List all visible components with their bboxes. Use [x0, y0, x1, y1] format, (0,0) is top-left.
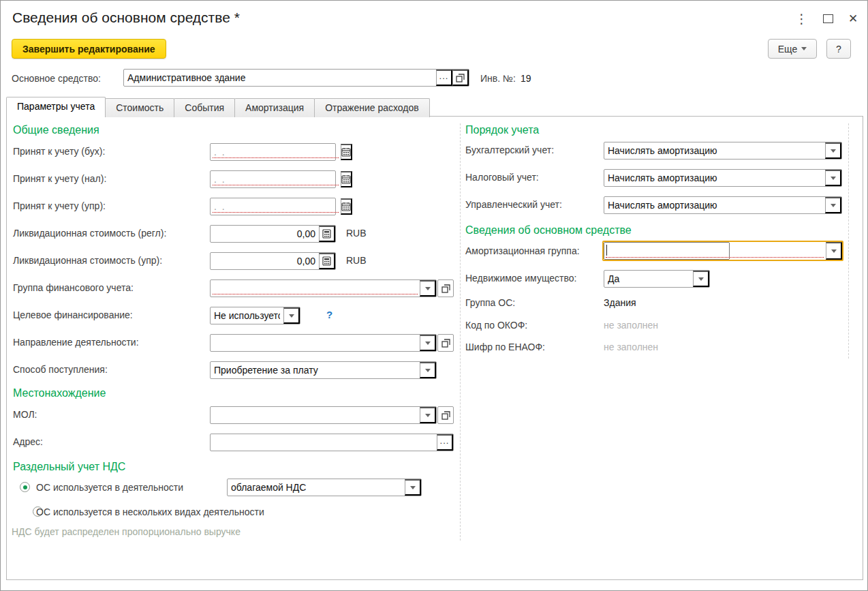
activity-direction-open-icon[interactable] [437, 334, 454, 352]
section-general-info: Общие сведения [13, 124, 99, 136]
activity-direction-input[interactable] [211, 335, 420, 351]
section-vat: Раздельный учет НДС [13, 461, 125, 473]
field-label-accounting: Бухгалтерский учет: [465, 145, 554, 155]
asset-open-icon[interactable] [452, 70, 469, 86]
vat-note: НДС будет распределен пропорционально вы… [12, 526, 241, 537]
dropdown-arrow-icon[interactable] [693, 271, 709, 287]
field-label-accepted-upr: Принят к учету (упр): [13, 200, 106, 211]
finish-editing-button[interactable]: Завершить редактирование [12, 39, 166, 59]
dropdown-arrow-icon[interactable] [825, 142, 841, 159]
address-group: ... [210, 434, 454, 451]
close-icon[interactable]: ✕ [848, 12, 858, 26]
tab-events[interactable]: События [174, 98, 235, 117]
field-label-liq-cost-regl: Ликвидационная стоимость (регл): [13, 228, 166, 239]
liq-cost-upr-input[interactable] [211, 253, 319, 269]
asset-details-window: Сведения об основном средстве * ⋮ ✕ Заве… [0, 0, 868, 591]
inventory-number-value: 19 [521, 73, 531, 84]
accounting-input[interactable] [604, 142, 825, 159]
dropdown-arrow-icon[interactable] [283, 307, 300, 324]
liq-cost-regl-group [210, 225, 336, 243]
asset-input[interactable] [124, 70, 436, 86]
radio-vat-single-activity-label[interactable]: ОС используется в деятельности [36, 482, 183, 493]
dropdown-arrow-icon[interactable] [825, 197, 841, 213]
tab-accounting-parameters[interactable]: Параметры учета [6, 97, 106, 117]
tax-accounting-input[interactable] [604, 170, 825, 186]
dropdown-arrow-icon[interactable] [825, 170, 841, 186]
right-edge-divider [848, 123, 849, 359]
field-label-acquisition-method: Способ поступления: [13, 364, 108, 375]
address-input[interactable] [211, 434, 437, 451]
window-controls: ⋮ ✕ [795, 12, 858, 26]
field-label-address: Адрес: [13, 436, 43, 447]
address-ellipsis-button[interactable]: ... [437, 434, 453, 451]
mol-open-icon[interactable] [437, 406, 454, 424]
date-accepted-upr-input[interactable] [211, 198, 341, 215]
asset-input-group: ... [123, 69, 469, 87]
tab-bar: Параметры учета Стоимость События Аморти… [6, 97, 430, 117]
tab-expense-reflection[interactable]: Отражение расходов [314, 98, 430, 117]
dropdown-arrow-icon[interactable] [420, 335, 436, 351]
real-estate-input[interactable] [604, 271, 693, 287]
field-label-tax-accounting: Налоговый учет: [465, 172, 539, 183]
section-accounting-order: Порядок учета [465, 124, 539, 136]
dropdown-arrow-icon[interactable] [826, 242, 842, 260]
asset-ellipsis-button[interactable]: ... [436, 70, 452, 86]
date-accepted-nal-input[interactable] [211, 171, 341, 187]
dropdown-arrow-icon[interactable] [420, 280, 436, 297]
calendar-icon[interactable] [341, 171, 352, 187]
date-accepted-buh-input[interactable] [211, 144, 341, 160]
radio-vat-multiple-activities-label[interactable]: ОС используется в нескольких видах деяте… [36, 506, 264, 517]
currency-label: RUB [346, 228, 367, 239]
os-group-value: Здания [604, 297, 636, 308]
more-button[interactable]: Еще [768, 39, 817, 59]
dropdown-arrow-icon[interactable] [420, 407, 436, 423]
okof-code-value: не заполнен [604, 320, 658, 331]
help-link[interactable]: ? [326, 309, 332, 320]
fin-group-open-icon[interactable] [437, 279, 454, 297]
more-button-label: Еще [778, 44, 798, 55]
acquisition-method-input[interactable] [211, 362, 420, 378]
tab-depreciation[interactable]: Амортизация [234, 98, 315, 117]
management-accounting-input[interactable] [604, 197, 825, 213]
liq-cost-regl-input[interactable] [211, 226, 319, 242]
date-accepted-upr-group [210, 198, 336, 215]
calculator-icon[interactable] [319, 226, 335, 242]
mol-input[interactable] [211, 407, 420, 423]
field-label-okof-code: Код по ОКОФ: [465, 320, 527, 331]
chevron-down-icon [801, 47, 807, 50]
target-financing-combo [210, 307, 300, 324]
accounting-combo [604, 142, 842, 160]
management-accounting-combo [604, 196, 842, 214]
date-accepted-buh-group [210, 143, 336, 161]
acquisition-method-combo [210, 361, 437, 379]
fin-group-input[interactable] [211, 280, 420, 297]
enaof-code-value: не заполнен [604, 342, 658, 352]
dropdown-arrow-icon[interactable] [420, 362, 436, 378]
asset-label: Основное средство: [12, 73, 101, 84]
tab-cost[interactable]: Стоимость [105, 98, 174, 117]
calendar-icon[interactable] [341, 144, 352, 160]
activity-direction-combo [210, 334, 437, 352]
maximize-icon[interactable] [823, 14, 833, 23]
field-label-os-group: Группа ОС: [465, 297, 515, 308]
calculator-icon[interactable] [319, 253, 335, 269]
depreciation-group-combo-focused [602, 241, 843, 261]
real-estate-combo [604, 270, 710, 288]
dropdown-arrow-icon[interactable] [405, 479, 421, 496]
target-financing-input[interactable] [211, 307, 283, 324]
field-label-fin-group: Группа финансового учета: [13, 282, 134, 293]
page-title: Сведения об основном средстве * [12, 10, 240, 26]
inventory-number-label: Инв. №: [480, 73, 516, 84]
calendar-icon[interactable] [341, 198, 352, 215]
field-label-management-accounting: Управленческий учет: [465, 199, 562, 210]
help-button[interactable]: ? [826, 39, 851, 59]
radio-vat-single-activity[interactable] [20, 482, 30, 492]
field-label-real-estate: Недвижимое имущество: [465, 273, 576, 284]
field-label-activity-direction: Направление деятельности: [13, 337, 139, 348]
depreciation-group-input[interactable] [604, 242, 730, 260]
field-label-accepted-nal: Принят к учету (нал): [13, 173, 106, 184]
kebab-menu-icon[interactable]: ⋮ [795, 13, 808, 25]
vat-activity-input[interactable] [228, 479, 405, 496]
field-label-accepted-buh: Принят к учету (бух): [13, 146, 105, 157]
date-accepted-nal-group [210, 170, 336, 188]
